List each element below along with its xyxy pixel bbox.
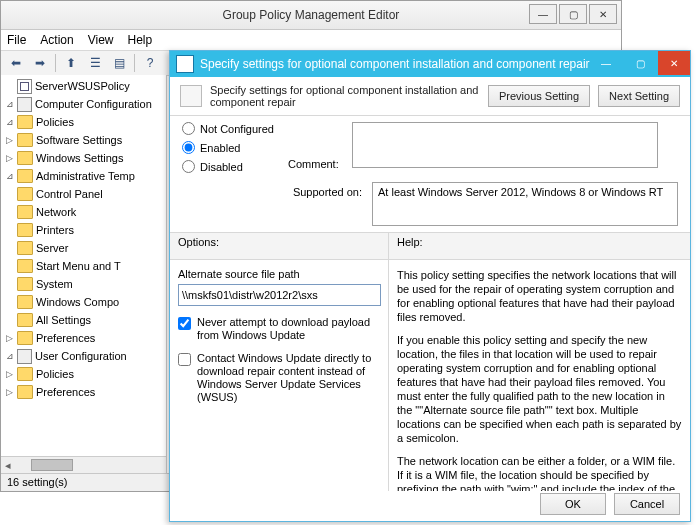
menu-file[interactable]: File	[7, 33, 26, 47]
folder-icon	[17, 277, 33, 291]
tree-twisty-icon[interactable]: ▷	[5, 330, 14, 346]
radio-enabled[interactable]: Enabled	[182, 141, 274, 154]
tree-twisty-icon[interactable]: ▷	[5, 150, 14, 166]
tree-item[interactable]: ⊿Computer Configuration	[5, 95, 166, 113]
state-radio-group: Not Configured Enabled Disabled	[182, 122, 274, 173]
tree-item-label: Preferences	[36, 330, 95, 346]
supported-on-label: Supported on:	[182, 182, 362, 198]
help-text: This policy setting specifies the networ…	[389, 260, 690, 491]
tree-item[interactable]: Control Panel	[5, 185, 166, 203]
tree-item[interactable]: Windows Compo	[5, 293, 166, 311]
tree-item[interactable]: All Settings	[5, 311, 166, 329]
tree-item-label: Start Menu and T	[36, 258, 121, 274]
radio-disabled[interactable]: Disabled	[182, 160, 274, 173]
ok-button[interactable]: OK	[540, 493, 606, 515]
tree-item-label: Administrative Temp	[36, 168, 135, 184]
next-setting-button[interactable]: Next Setting	[598, 85, 680, 107]
tree-twisty-icon[interactable]: ▷	[5, 366, 14, 382]
alternate-path-label: Alternate source file path	[178, 268, 380, 280]
policy-icon	[17, 79, 32, 94]
supported-on-value: At least Windows Server 2012, Windows 8 …	[372, 182, 678, 226]
folder-icon	[17, 259, 33, 273]
tree-twisty-icon[interactable]: ⊿	[5, 114, 14, 130]
policy-icon	[176, 55, 194, 73]
tree-item[interactable]: Start Menu and T	[5, 257, 166, 275]
tree-item[interactable]: ▷Preferences	[5, 383, 166, 401]
scrollbar-thumb[interactable]	[31, 459, 73, 471]
tree-twisty-icon[interactable]: ▷	[5, 384, 14, 400]
tree-item-label: Windows Settings	[36, 150, 123, 166]
up-icon[interactable]: ⬆	[60, 52, 82, 74]
folder-icon	[17, 367, 33, 381]
dialog-header: Specify settings for optional component …	[170, 77, 690, 116]
folder-icon	[17, 223, 33, 237]
alternate-path-input[interactable]	[178, 284, 381, 306]
help-icon[interactable]: ?	[139, 52, 161, 74]
contact-wu-label: Contact Windows Update directly to downl…	[197, 352, 380, 404]
tree-item[interactable]: ServerWSUSPolicy	[5, 77, 166, 95]
menu-view[interactable]: View	[88, 33, 114, 47]
tree-twisty-icon[interactable]: ⊿	[5, 348, 14, 364]
close-icon[interactable]: ✕	[589, 4, 617, 24]
tree-item[interactable]: ⊿User Configuration	[5, 347, 166, 365]
show-hide-tree-icon[interactable]: ☰	[84, 52, 106, 74]
tree-item[interactable]: ⊿Policies	[5, 113, 166, 131]
gpme-title: Group Policy Management Editor	[1, 1, 621, 29]
properties-icon[interactable]: ▤	[108, 52, 130, 74]
dialog-maximize-icon[interactable]: ▢	[624, 51, 656, 75]
never-download-label: Never attempt to download payload from W…	[197, 316, 380, 342]
help-header: Help:	[389, 233, 690, 260]
comment-field[interactable]	[352, 122, 658, 168]
tree-item[interactable]: ▷Software Settings	[5, 131, 166, 149]
tree-item-label: Control Panel	[36, 186, 103, 202]
tree-twisty-icon[interactable]: ▷	[5, 132, 14, 148]
folder-icon	[17, 151, 33, 165]
dialog-titlebar[interactable]: Specify settings for optional component …	[170, 51, 690, 77]
radio-not-configured[interactable]: Not Configured	[182, 122, 274, 135]
dialog-close-icon[interactable]: ✕	[658, 51, 690, 75]
tree-item[interactable]: Server	[5, 239, 166, 257]
tree-item[interactable]: ▷Preferences	[5, 329, 166, 347]
folder-icon	[17, 385, 33, 399]
policy-dialog: Specify settings for optional component …	[169, 50, 691, 522]
gpme-menubar: File Action View Help	[1, 30, 621, 51]
menu-action[interactable]: Action	[40, 33, 73, 47]
comment-label: Comment:	[288, 158, 339, 170]
contact-wu-checkbox[interactable]	[178, 353, 191, 366]
tree-twisty-icon[interactable]: ⊿	[5, 168, 14, 184]
maximize-icon[interactable]: ▢	[559, 4, 587, 24]
cancel-button[interactable]: Cancel	[614, 493, 680, 515]
gpme-tree-pane[interactable]: ServerWSUSPolicy⊿Computer Configuration⊿…	[1, 75, 167, 473]
dialog-minimize-icon[interactable]: —	[590, 51, 622, 75]
tree-item-label: Server	[36, 240, 68, 256]
tree-item-label: All Settings	[36, 312, 91, 328]
folder-icon	[17, 133, 33, 147]
tree-item[interactable]: Network	[5, 203, 166, 221]
menu-help[interactable]: Help	[128, 33, 153, 47]
tree-item[interactable]: ▷Policies	[5, 365, 166, 383]
tree-item-label: Policies	[36, 114, 74, 130]
policy-header-icon	[180, 85, 202, 107]
tree-item[interactable]: Printers	[5, 221, 166, 239]
forward-icon[interactable]: ➡	[29, 52, 51, 74]
back-icon[interactable]: ⬅	[5, 52, 27, 74]
folder-icon	[17, 313, 33, 327]
tree-item[interactable]: System	[5, 275, 166, 293]
folder-icon	[17, 331, 33, 345]
tree-item-label: ServerWSUSPolicy	[35, 78, 130, 94]
horizontal-scrollbar[interactable]: ◂	[1, 456, 166, 473]
folder-icon	[17, 187, 33, 201]
computer-icon	[17, 97, 32, 112]
tree-item-label: Network	[36, 204, 76, 220]
never-download-checkbox[interactable]	[178, 317, 191, 330]
tree-item[interactable]: ⊿Administrative Temp	[5, 167, 166, 185]
minimize-icon[interactable]: —	[529, 4, 557, 24]
tree-item-label: Printers	[36, 222, 74, 238]
previous-setting-button[interactable]: Previous Setting	[488, 85, 590, 107]
folder-icon	[17, 169, 33, 183]
dialog-subtitle: Specify settings for optional component …	[210, 84, 480, 108]
tree-item[interactable]: ▷Windows Settings	[5, 149, 166, 167]
gpme-titlebar[interactable]: Group Policy Management Editor — ▢ ✕	[1, 1, 621, 30]
tree-item-label: Computer Configuration	[35, 96, 152, 112]
tree-twisty-icon[interactable]: ⊿	[5, 96, 14, 112]
